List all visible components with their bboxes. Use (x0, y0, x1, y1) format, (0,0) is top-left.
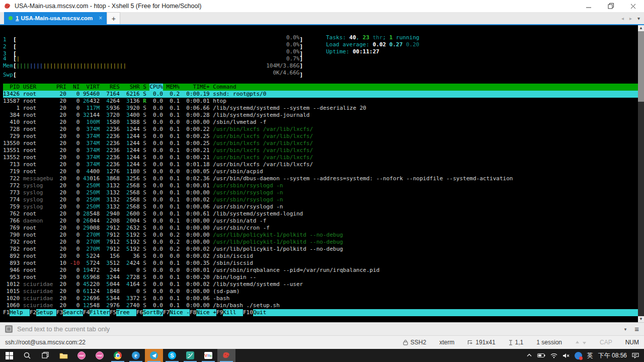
battery-icon[interactable] (537, 353, 545, 358)
taskbar-search-icon[interactable] (18, 349, 36, 362)
process-row-13587[interactable]: 13587 root 20 0 26432 4264 3136 R 0.0 0.… (3, 98, 638, 105)
column-header-pri[interactable]: PRI (56, 84, 66, 91)
process-row-13426[interactable]: 13426 root 20 0 95460 7164 6216 S 0.0 0.… (3, 91, 638, 98)
process-row-728[interactable]: 728 root 20 0 374M 2236 1244 S 0.0 0.1 0… (3, 126, 638, 133)
fkey-label-f5[interactable]: Tree (116, 309, 136, 316)
scroll-down-icon[interactable]: ▼ (638, 316, 644, 322)
process-row-729[interactable]: 729 root 20 0 374M 2236 1244 S 0.0 0.1 0… (3, 133, 638, 140)
process-row-772[interactable]: 772 syslog 20 0 250M 3132 2568 S 0.0 0.1… (3, 182, 638, 189)
process-row-762[interactable]: 762 root 20 0 28548 2940 2600 S 0.0 0.1 … (3, 210, 638, 218)
process-row-773[interactable]: 773 syslog 20 0 250M 3132 2568 S 0.0 0.1… (3, 189, 638, 196)
column-header-shr[interactable]: SHR (123, 84, 139, 91)
taskbar-chrome-icon[interactable] (109, 349, 127, 362)
process-row-953[interactable]: 953 root 20 0 65968 3244 2728 S 0.0 0.1 … (3, 274, 638, 281)
restore-icon[interactable] (600, 0, 622, 12)
tab-close-icon[interactable]: × (99, 15, 102, 22)
session-tab[interactable]: 1USA-Main-usa.mscsv.com × (4, 12, 107, 24)
process-row-782[interactable]: 782 root 20 0 270M 7912 5192 S 0.0 0.2 0… (3, 246, 638, 253)
taskbar-osu-pink-1-icon[interactable]: osu! (72, 349, 91, 362)
process-row-946[interactable]: 946 root 20 0 19472 244 0 S 0.0 0.0 0:00… (3, 267, 638, 274)
column-header-virt[interactable]: VIRT (83, 84, 100, 91)
taskbar-xshell-icon[interactable] (217, 349, 235, 362)
close-icon[interactable] (622, 0, 644, 12)
process-row-13550[interactable]: 13550 root 20 0 374M 2236 1244 S 0.0 0.1… (3, 140, 638, 147)
process-row-792[interactable]: 792 root 20 0 270M 7912 5192 S 0.0 0.2 0… (3, 239, 638, 246)
tab-scroll-left-icon[interactable]: ◂ (621, 16, 624, 21)
fkey-label-f7[interactable]: Nice - (170, 309, 190, 316)
column-header-pid[interactable]: PID (3, 84, 20, 91)
minimize-icon[interactable] (578, 0, 600, 12)
process-row-410[interactable]: 410 root 20 0 100M 1580 1388 S 0.0 0.0 0… (3, 119, 638, 126)
fkey-f9[interactable]: F9 (216, 309, 223, 316)
fkey-label-f1[interactable]: Help (10, 309, 30, 316)
process-row-1020[interactable]: 1020 sciuridae 20 0 22696 5344 3372 S 0.… (3, 295, 638, 302)
process-row-1015[interactable]: 1015 sciuridae 20 0 61124 1848 0 S 0.0 0… (3, 288, 638, 295)
column-header-time+[interactable]: TIME+ (183, 84, 210, 91)
fkey-f1[interactable]: F1 (3, 309, 10, 316)
action-center-icon[interactable] (632, 352, 639, 358)
process-row-892[interactable]: 892 root 20 0 5224 156 36 S 0.0 0.0 0:00… (3, 253, 638, 260)
taskbar-vnc-icon[interactable]: Vnc (199, 349, 217, 362)
column-header-cpu%[interactable]: CPU% (149, 84, 163, 91)
taskbar-start-icon[interactable] (0, 349, 18, 362)
column-header-res[interactable]: RES (103, 84, 120, 91)
send-text-placeholder[interactable]: Send text to the current tab only (17, 325, 110, 333)
fkey-f10[interactable]: F10 (243, 309, 253, 316)
process-row-722[interactable]: 722 messagebu 20 0 43016 3868 3256 S 0.0… (3, 175, 638, 182)
column-header-command[interactable]: Command (213, 84, 236, 91)
process-row-759[interactable]: 759 syslog 20 0 250M 3132 2568 S 0.0 0.1… (3, 203, 638, 210)
process-row-1012[interactable]: 1012 sciuridae 20 0 45220 5044 4164 S 0.… (3, 281, 638, 288)
clock[interactable]: 下午 08:56 (598, 351, 627, 360)
send-history-caret-icon[interactable]: ▾ (624, 327, 627, 332)
fkey-label-f3[interactable]: Search (63, 309, 83, 316)
taskbar-skype-icon[interactable]: S (163, 349, 181, 362)
process-row-766[interactable]: 766 daemon 20 0 26044 2208 2004 S 0.0 0.… (3, 218, 638, 225)
column-header-mem%[interactable]: MEM% (167, 84, 180, 91)
fkey-f2[interactable]: F2 (30, 309, 36, 316)
tray-notification-app-icon[interactable] (575, 352, 582, 359)
send-options-menu-icon[interactable]: ≡ (634, 327, 639, 332)
fkey-label-f10[interactable]: Quit (253, 309, 273, 316)
process-row-713[interactable]: 713 root 20 0 374M 2236 1244 S 0.0 0.1 0… (3, 161, 638, 168)
fkey-f6[interactable]: F6 (136, 309, 143, 316)
fkey-f8[interactable]: F8 (190, 309, 196, 316)
ime-language-indicator[interactable]: 英 (587, 351, 593, 360)
terminal[interactable]: 1 [0.0%]2 [0.0%]3 [0.0%]4 [|0.7%]Mem[|||… (0, 25, 644, 322)
scroll-up-icon[interactable]: ▲ (638, 25, 644, 31)
process-row-893[interactable]: 893 root 10 -10 5724 3512 2424 S 0.0 0.1… (3, 260, 638, 267)
process-row-384[interactable]: 384 root 20 0 32144 3720 3400 S 0.0 0.1 … (3, 112, 638, 119)
taskbar-telegram-icon[interactable] (145, 349, 163, 362)
volume-muted-icon[interactable] (562, 353, 570, 358)
scrollbar-thumb[interactable] (638, 31, 644, 102)
fkey-label-f8[interactable]: Nice + (196, 309, 216, 316)
process-row-719[interactable]: 719 root 20 0 4400 1276 1180 S 0.0 0.0 0… (3, 168, 638, 175)
process-row-13552[interactable]: 13552 root 20 0 374M 2236 1244 S 0.0 0.1… (3, 154, 638, 161)
terminal-scrollbar[interactable]: ▲ ▼ (638, 25, 644, 322)
process-row-790[interactable]: 790 root 20 0 270M 7912 5192 S 0.0 0.2 0… (3, 232, 638, 239)
column-header-s[interactable]: S (143, 84, 146, 91)
fkey-label-f2[interactable]: Setup (36, 309, 56, 316)
column-header-user[interactable]: USER (23, 84, 53, 91)
fkey-f5[interactable]: F5 (110, 309, 116, 316)
fkey-label-f4[interactable]: Filter (90, 309, 110, 316)
taskbar-osu-pink-2-icon[interactable]: osu! (91, 349, 109, 362)
fkey-label-f6[interactable]: SortBy (143, 309, 163, 316)
new-tab-button[interactable]: + (107, 12, 120, 24)
tab-menu-caret-icon[interactable]: ▾ (637, 16, 640, 21)
fkey-f3[interactable]: F3 (56, 309, 63, 316)
process-row-13551[interactable]: 13551 root 20 0 374M 2236 1244 S 0.0 0.1… (3, 147, 638, 154)
tab-scroll-right-icon[interactable]: ▸ (629, 16, 632, 21)
process-row-1060[interactable]: 1060 sciuridae 20 0 12548 2976 2740 S 0.… (3, 302, 638, 309)
fkey-f4[interactable]: F4 (83, 309, 90, 316)
taskbar-edge-icon[interactable]: e (127, 349, 145, 362)
tray-chevron-up-icon[interactable] (526, 352, 532, 358)
taskbar-xshell-green-icon[interactable] (181, 349, 199, 362)
process-row-774[interactable]: 774 syslog 20 0 250M 3132 2568 S 0.0 0.1… (3, 196, 638, 203)
taskbar-file-explorer-icon[interactable] (54, 349, 72, 362)
process-row-769[interactable]: 769 root 20 0 29008 2912 2632 S 0.0 0.1 … (3, 225, 638, 232)
column-header-ni[interactable]: NI (69, 84, 79, 91)
taskbar-task-view-icon[interactable] (36, 349, 54, 362)
wifi-icon[interactable] (550, 353, 557, 358)
send-text-bar[interactable]: Send text to the current tab only ▾ ≡ (0, 322, 644, 335)
fkey-label-f9[interactable]: Kill (223, 309, 243, 316)
